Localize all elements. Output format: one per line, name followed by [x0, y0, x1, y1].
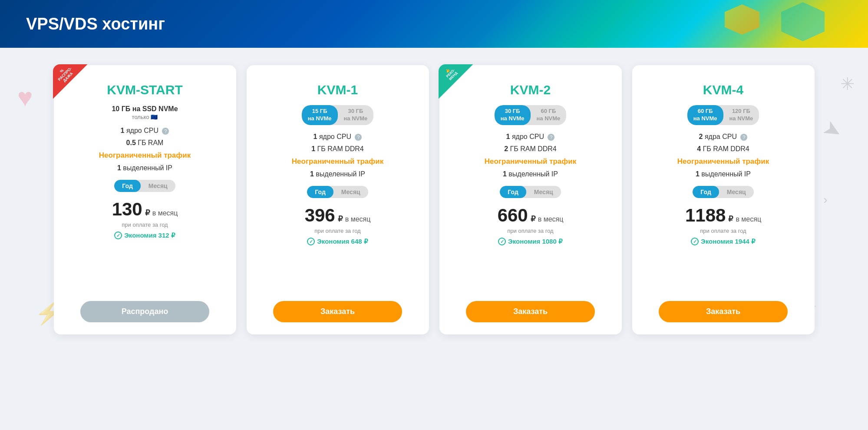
- storage-option[interactable]: 30 ГБна NVMe: [338, 105, 374, 125]
- storage-toggle: 60 ГБна NVMe120 ГБна NVMe: [687, 105, 759, 125]
- ip-spec: 1 выделенный IP: [310, 170, 365, 178]
- sale-badge-text: %РАСПРО-ДАЖА: [53, 62, 77, 86]
- cpu-spec: 1 ядро CPU ?: [121, 127, 169, 135]
- price-savings: ✓ Экономия 648 ₽: [307, 238, 368, 245]
- period-year[interactable]: Год: [693, 186, 719, 198]
- price-note: при оплате за год: [507, 228, 553, 234]
- cpu-help-icon[interactable]: ?: [162, 128, 169, 135]
- ram-spec: 1 ГБ RAM DDR4: [311, 145, 364, 153]
- storage-option[interactable]: 120 ГБна NVMe: [723, 105, 759, 125]
- card-title: KVM-START: [107, 83, 182, 97]
- chevron-right-icon: ›: [823, 193, 827, 207]
- storage-toggle: 30 ГБна NVMe60 ГБна NVMe: [495, 105, 567, 125]
- period-month[interactable]: Месяц: [333, 186, 368, 198]
- savings-check-icon: ✓: [307, 238, 315, 245]
- ram-spec: 4 ГБ RAM DDR4: [697, 145, 749, 153]
- period-month[interactable]: Месяц: [719, 186, 754, 198]
- ip-spec: 1 выделенный IP ›: [696, 170, 751, 178]
- price-display: 660 ₽ в месяц: [498, 205, 564, 226]
- cpu-help-icon[interactable]: ?: [355, 134, 362, 141]
- storage-option[interactable]: 60 ГБна NVMe: [531, 105, 567, 125]
- price-display: 396 ₽ в месяц: [305, 205, 371, 226]
- period-toggle: Год Месяц: [693, 186, 753, 198]
- price-currency: ₽: [531, 214, 535, 224]
- card-kvm-2: 👍РЕКО-МЕНД KVM-2 30 ГБна NVMe60 ГБна NVM…: [439, 65, 622, 334]
- sold-button: Распродано: [80, 301, 210, 322]
- price-value: 660: [498, 205, 528, 226]
- price-period: в месяц: [345, 215, 371, 223]
- traffic-label: Неограниченный трафик: [485, 157, 576, 166]
- order-button[interactable]: Заказать: [659, 301, 788, 322]
- order-button[interactable]: Заказать: [273, 301, 403, 322]
- header: VPS/VDS хостинг: [0, 0, 868, 48]
- price-period: в месяц: [152, 209, 178, 217]
- period-year[interactable]: Год: [307, 186, 333, 198]
- period-toggle: Год Месяц: [307, 186, 368, 198]
- period-year[interactable]: Год: [114, 180, 141, 192]
- cpu-spec: 1 ядро CPU ?: [314, 133, 362, 141]
- card-kvm-1: KVM-1 15 ГБна NVMe30 ГБна NVMe 1 ядро CP…: [247, 65, 429, 334]
- savings-check-icon: ✓: [691, 238, 699, 245]
- recommend-badge-text: 👍РЕКО-МЕНД: [439, 61, 462, 85]
- price-period: в месяц: [538, 215, 564, 223]
- price-note: при оплате за год: [122, 222, 168, 228]
- price-value: 1188: [685, 205, 726, 226]
- ram-spec: 0.5 ГБ RAM: [126, 139, 164, 147]
- price-period: в месяц: [736, 215, 761, 223]
- ip-spec: 1 выделенный IP: [503, 170, 558, 178]
- ram-spec: 2 ГБ RAM DDR4: [504, 145, 557, 153]
- card-kvm-4: KVM-4 60 ГБна NVMe120 ГБна NVMe 2 ядра C…: [632, 65, 815, 334]
- period-year[interactable]: Год: [500, 186, 526, 198]
- savings-check-icon: ✓: [498, 238, 506, 245]
- price-savings: ✓ Экономия 1944 ₽: [691, 238, 756, 245]
- price-currency: ₽: [338, 214, 343, 224]
- price-currency: ₽: [728, 214, 733, 224]
- price-value: 130: [112, 199, 142, 220]
- card-title: KVM-4: [703, 83, 743, 97]
- storage-option[interactable]: 30 ГБна NVMe: [495, 105, 531, 125]
- period-toggle: Год Месяц: [114, 180, 175, 192]
- storage-sub: только 🇪🇺: [132, 114, 158, 120]
- price-value: 396: [305, 205, 335, 226]
- order-button[interactable]: Заказать: [466, 301, 595, 322]
- price-savings: ✓ Экономия 312 ₽: [114, 232, 175, 239]
- card-title: KVM-1: [317, 83, 358, 97]
- price-currency: ₽: [145, 208, 150, 218]
- main-content: ♥ ✳ ➤ ⚡ ▷ %РАСПРО-ДАЖА KVM-START 10 ГБ н…: [0, 48, 868, 352]
- period-toggle: Год Месяц: [500, 186, 561, 198]
- traffic-label: Неограниченный трафик: [677, 157, 769, 166]
- cpu-spec: 1 ядро CPU ?: [506, 133, 555, 141]
- price-savings: ✓ Экономия 1080 ₽: [498, 238, 563, 245]
- ip-spec: 1 выделенный IP: [117, 164, 172, 172]
- cpu-spec: 2 ядра CPU ?: [699, 133, 748, 141]
- cpu-help-icon[interactable]: ?: [740, 134, 747, 141]
- card-title: KVM-2: [510, 83, 551, 97]
- cpu-help-icon[interactable]: ?: [548, 134, 554, 141]
- price-note: при оплате за год: [314, 228, 360, 234]
- star-decoration: ✳: [840, 74, 855, 94]
- card-kvm-start: %РАСПРО-ДАЖА KVM-START 10 ГБ на SSD NVMe…: [54, 65, 236, 334]
- page-title: VPS/VDS хостинг: [26, 15, 165, 33]
- traffic-label: Неограниченный трафик: [292, 157, 383, 166]
- storage-option[interactable]: 15 ГБна NVMe: [302, 105, 338, 125]
- traffic-label: Неограниченный трафик: [99, 151, 191, 160]
- recommend-badge: 👍РЕКО-МЕНД: [439, 64, 473, 99]
- price-display: 1188 ₽ в месяц: [685, 205, 761, 226]
- savings-check-icon: ✓: [114, 232, 122, 239]
- period-month[interactable]: Месяц: [526, 186, 561, 198]
- price-display: 130 ₽ в месяц: [112, 199, 178, 220]
- storage-option[interactable]: 60 ГБна NVMe: [687, 105, 723, 125]
- sale-badge: %РАСПРО-ДАЖА: [53, 64, 88, 99]
- price-note: при оплате за год: [700, 228, 746, 234]
- storage-text: 10 ГБ на SSD NVMe только 🇪🇺: [112, 105, 178, 121]
- storage-toggle: 15 ГБна NVMe30 ГБна NVMe: [302, 105, 374, 125]
- period-month[interactable]: Месяц: [141, 180, 175, 192]
